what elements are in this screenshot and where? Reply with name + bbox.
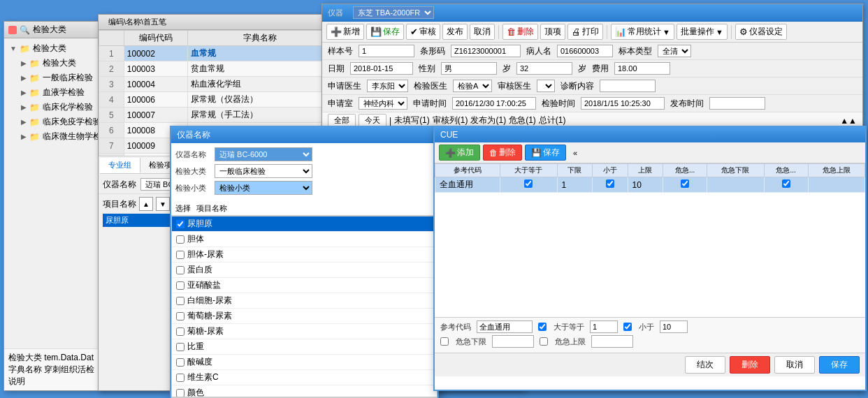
ic-footer-save-btn[interactable]: 保存 <box>819 356 860 374</box>
collapse-btn[interactable]: ▲▲ <box>840 116 857 126</box>
audit-btn[interactable]: ✔审核 <box>406 24 440 40</box>
dept-select[interactable]: 神经内科 <box>359 97 407 110</box>
tree-label-1: 一般临床检验 <box>43 72 93 84</box>
sub-item-check[interactable] <box>176 281 185 290</box>
sub-item-check[interactable] <box>176 374 185 382</box>
right-title: 仪器 <box>328 8 343 18</box>
sub-item-check[interactable] <box>176 358 185 367</box>
audit-icon: ✔ <box>410 27 418 37</box>
ic-footer-delete-btn[interactable]: 删除 <box>730 356 770 374</box>
td-name: 尿常规（手工法） <box>188 108 332 123</box>
ic-gte-form-check[interactable] <box>538 323 547 331</box>
cancel-btn[interactable]: 取消 <box>470 24 495 40</box>
ic-crit-high-input[interactable] <box>591 335 633 348</box>
ic-crit-high-form-check[interactable] <box>540 337 548 346</box>
sub-list-item[interactable]: 胆体 <box>172 232 437 247</box>
publish-btn[interactable]: 发布 <box>442 24 468 40</box>
label-type-select[interactable]: 全清 <box>658 45 691 57</box>
ic-crit-low-input[interactable] <box>492 335 534 348</box>
ic-crit-high-check[interactable] <box>782 179 790 188</box>
sub-item-label: 尿胆原 <box>187 218 212 230</box>
date-input[interactable] <box>350 62 413 75</box>
review-dr-select[interactable] <box>537 80 555 92</box>
common-stat-btn[interactable]: 📊常用统计 ▼ <box>611 24 674 40</box>
ic-gte-form-label: 大于等于 <box>554 322 584 332</box>
sub-list-item[interactable]: 白细胞-尿素 <box>172 293 437 309</box>
sub-item-check[interactable] <box>176 327 185 336</box>
delete-btn[interactable]: 🗑删除 <box>502 24 538 40</box>
sample-input[interactable] <box>359 45 414 57</box>
tree-arrow-3: ▶ <box>21 103 27 111</box>
barcode-input[interactable] <box>451 45 521 57</box>
sub-list-item[interactable]: 亚硝酸盐 <box>172 278 437 293</box>
sub-list-item[interactable]: 胆体-尿素 <box>172 247 437 263</box>
sub-list-item[interactable]: 葡萄糖-尿素 <box>172 309 437 324</box>
instrument-select[interactable]: 东芝 TBA-2000FR <box>353 6 434 19</box>
col-code: 编码代码 <box>124 31 187 46</box>
ic-arrow-hint: « <box>573 149 577 157</box>
right-form-row2: 日期 性别 岁 岁 费用 <box>322 60 862 78</box>
sub-item-check[interactable] <box>176 312 185 320</box>
ic-delete-btn[interactable]: 🗑 删除 <box>483 145 522 161</box>
sub-list-item[interactable]: 维生素C <box>172 370 437 385</box>
ic-high-input[interactable] <box>660 320 688 333</box>
patient-name-input[interactable] <box>557 45 613 57</box>
lab-time-input[interactable] <box>581 97 665 110</box>
ic-low-input[interactable] <box>590 320 618 333</box>
sub-scroll-area[interactable]: 尿胆原胆体胆体-尿素蛋白质亚硝酸盐白细胞-尿素葡萄糖-尿素菊糖-尿素比重酸碱度维… <box>171 216 437 397</box>
ic-col-lt: 小于 <box>593 164 628 177</box>
ic-save-btn[interactable]: 💾 保存 <box>525 145 566 161</box>
arrow-down-btn[interactable]: ▼ <box>156 197 170 211</box>
sub-item-check[interactable] <box>176 220 185 228</box>
sub-item-label: 比重 <box>187 341 204 353</box>
label-type-label: 标本类型 <box>619 45 652 57</box>
lab-dr-label: 检验医生 <box>414 80 447 92</box>
ic-crit-low-form-check[interactable] <box>440 337 449 346</box>
tab-expert-group[interactable]: 专业组 <box>100 158 140 173</box>
ic-crit-low-check[interactable] <box>681 179 689 188</box>
sub-item-check[interactable] <box>176 251 185 259</box>
fee-input[interactable] <box>614 62 670 75</box>
req-dr-select[interactable]: 李东阳 <box>367 80 408 92</box>
print-btn[interactable]: 🖨打印 <box>567 24 603 40</box>
req-time-input[interactable] <box>452 97 536 110</box>
sub-list-item[interactable]: 比重 <box>172 339 437 355</box>
sub-list-item[interactable]: 菊糖-尿素 <box>172 324 437 339</box>
sub-category-select[interactable]: 一般临床检验 <box>215 164 312 178</box>
sub-item-check[interactable] <box>176 343 185 351</box>
age-input[interactable] <box>516 62 572 75</box>
ic-cancel-btn[interactable]: 取消 <box>774 356 815 374</box>
sub-item-check[interactable] <box>176 266 185 274</box>
sub-item-label: 葡萄糖-尿素 <box>187 310 232 322</box>
new-btn[interactable]: ➕新增 <box>326 24 364 40</box>
sub-list-item[interactable]: 蛋白质 <box>172 263 437 278</box>
sub-subcategory-select[interactable]: 检验小类 <box>215 181 312 195</box>
sub-instrument-select[interactable]: 迈瑞 BC-6000 <box>215 147 312 161</box>
lab-dr-select[interactable]: 检验A <box>453 80 492 92</box>
arrow-up-btn[interactable]: ▲ <box>139 197 153 211</box>
sub-item-check[interactable] <box>176 235 185 244</box>
instrument-set-btn[interactable]: ⚙仪器设定 <box>735 24 787 40</box>
sub-list-item[interactable]: 尿胆原 <box>172 216 437 232</box>
ic-gte-check[interactable] <box>524 179 533 188</box>
sub-list-item[interactable]: 颜色 <box>172 385 437 397</box>
top-btn[interactable]: 顶项 <box>540 24 565 40</box>
close-btn[interactable] <box>8 26 17 34</box>
ic-code-input[interactable] <box>477 320 533 333</box>
sub-list-item[interactable]: 酸碱度 <box>172 355 437 370</box>
ic-table-area[interactable]: 参考代码 大于等于 下限 小于 上限 危急... 危急下限 危急... 危急上限… <box>435 163 865 317</box>
save-btn[interactable]: 💾保存 <box>366 24 404 40</box>
sub-item-check[interactable] <box>176 389 185 397</box>
publish-time-input[interactable] <box>709 97 765 110</box>
ic-col-crit-low-label: 危急... <box>663 164 707 177</box>
ic-lt-form-check[interactable] <box>623 323 632 331</box>
ic-table-row[interactable]: 全血通用 1 10 <box>435 177 865 193</box>
item-config-panel: CUE ➕ 添加 🗑 删除 💾 保存 « 参考代码 大于等于 下限 小于 上限 … <box>433 126 867 391</box>
ic-close-btn[interactable]: 结次 <box>685 356 725 374</box>
batch-op-btn[interactable]: 批量操作 ▼ <box>677 24 728 40</box>
ic-add-btn[interactable]: ➕ 添加 <box>439 145 480 161</box>
sub-item-check[interactable] <box>176 297 185 305</box>
sex-input[interactable] <box>441 62 497 75</box>
ic-lt-check[interactable] <box>606 179 614 188</box>
consult-input[interactable] <box>600 80 656 92</box>
